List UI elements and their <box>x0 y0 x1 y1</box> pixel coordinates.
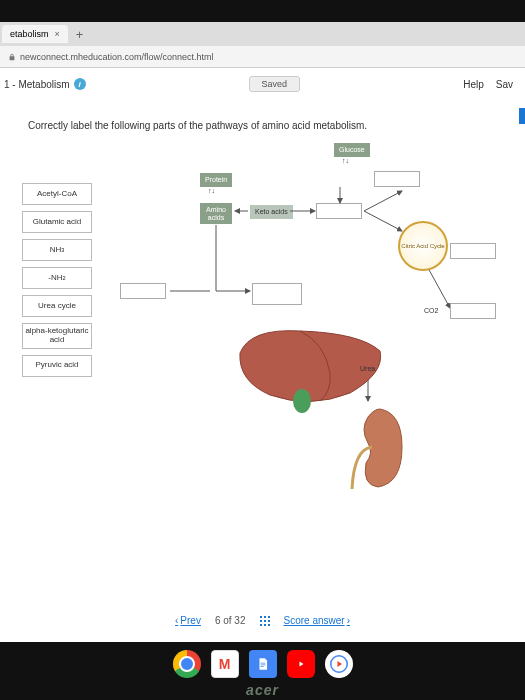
youtube-icon[interactable] <box>287 650 315 678</box>
work-area: Acetyl-CoA Glutamic acid NH3 -NH2 Urea c… <box>0 143 525 523</box>
tab-title: etabolism <box>10 29 49 39</box>
help-link[interactable]: Help <box>463 79 484 90</box>
drag-glutamic-acid[interactable]: Glutamic acid <box>22 211 92 233</box>
drop-zone[interactable] <box>252 283 302 305</box>
url-bar[interactable]: newconnect.mheducation.com/flow/connect.… <box>0 46 525 68</box>
diagram: Glucose ↑↓ Protein ↑↓ Amino acids Keto a… <box>120 143 500 523</box>
chapter-text: 1 - Metabolism <box>4 79 70 90</box>
docs-icon[interactable] <box>249 650 277 678</box>
info-icon[interactable]: i <box>74 78 86 90</box>
close-icon[interactable]: × <box>55 29 60 39</box>
laptop-brand: acer <box>0 682 525 698</box>
grid-icon[interactable] <box>260 616 270 626</box>
label-co2: CO2 <box>424 307 438 314</box>
drag-pyruvic[interactable]: Pyruvic acid <box>22 355 92 377</box>
label-urea: Urea <box>360 365 375 372</box>
save-link[interactable]: Sav <box>496 79 513 90</box>
browser-tabs: etabolism × + <box>0 22 525 46</box>
draggable-list: Acetyl-CoA Glutamic acid NH3 -NH2 Urea c… <box>22 183 92 377</box>
drag-alpha-keto[interactable]: alpha-ketoglutaric acid <box>22 323 92 349</box>
chrome-icon[interactable] <box>173 650 201 678</box>
new-tab-button[interactable]: + <box>68 27 92 42</box>
saved-badge: Saved <box>249 76 301 92</box>
score-answer-button[interactable]: Score answer› <box>284 615 350 626</box>
play-icon[interactable] <box>325 650 353 678</box>
question-nav: ‹Prev 6 of 32 Score answer› <box>0 615 525 626</box>
prev-button[interactable]: ‹Prev <box>175 615 201 626</box>
question-text: Correctly label the following parts of t… <box>0 96 525 143</box>
position-text: 6 of 32 <box>215 615 246 626</box>
page-content: 1 - Metabolism i Saved Help Sav Correctl… <box>0 68 525 642</box>
accent-bar <box>519 108 525 124</box>
drag-urea-cycle[interactable]: Urea cycle <box>22 295 92 317</box>
svg-line-3 <box>364 211 402 231</box>
svg-point-10 <box>293 389 311 413</box>
lock-icon <box>8 53 16 61</box>
label-cac: Citric Acid Cycle <box>398 221 448 271</box>
kidney-illustration <box>348 403 408 493</box>
drag-acetyl-coa[interactable]: Acetyl-CoA <box>22 183 92 205</box>
prev-label: Prev <box>180 615 201 626</box>
chapter-title: 1 - Metabolism i <box>4 78 86 90</box>
score-label: Score answer <box>284 615 345 626</box>
drag-nh2[interactable]: -NH2 <box>22 267 92 289</box>
os-dock: M <box>0 650 525 678</box>
url-text: newconnect.mheducation.com/flow/connect.… <box>20 52 214 62</box>
drop-zone[interactable] <box>450 243 496 259</box>
gmail-icon[interactable]: M <box>211 650 239 678</box>
svg-line-4 <box>364 191 402 211</box>
drop-zone[interactable] <box>450 303 496 319</box>
browser-tab[interactable]: etabolism × <box>2 25 68 43</box>
drag-nh3[interactable]: NH3 <box>22 239 92 261</box>
drop-zone[interactable] <box>120 283 166 299</box>
